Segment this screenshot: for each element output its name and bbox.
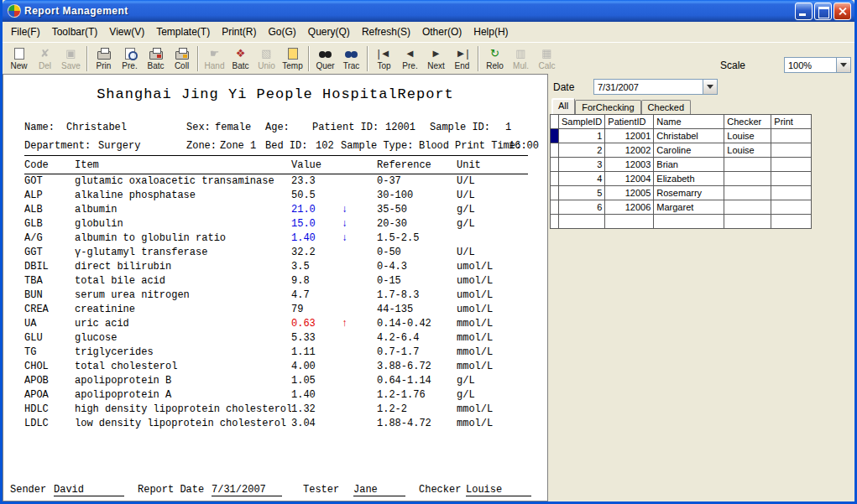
calculator-icon: ▦ bbox=[539, 47, 556, 60]
report-cell-value: 1.40 bbox=[291, 388, 342, 403]
report-cell-value: 1.11 bbox=[291, 346, 342, 360]
toolbar-separator bbox=[367, 46, 368, 71]
toolbar-button-label: Coll bbox=[175, 62, 189, 70]
report-cell-value: 1.40 bbox=[291, 231, 342, 246]
hand-icon: ☛ bbox=[206, 47, 223, 60]
reload-icon: ↻ bbox=[487, 47, 504, 60]
batch-print-button[interactable]: Batc bbox=[143, 44, 169, 74]
sample-grid-row[interactable]: 412004Elizabeth bbox=[551, 172, 812, 186]
trace-button[interactable]: Trac bbox=[338, 44, 364, 74]
report-cell-code: HDLC bbox=[24, 403, 75, 417]
tab-checked[interactable]: Checked bbox=[641, 100, 691, 114]
delete-icon: ✘ bbox=[37, 47, 54, 60]
toolbar-button-label: Relo bbox=[486, 62, 504, 70]
toolbar-separator bbox=[86, 46, 88, 71]
row-indicator bbox=[551, 186, 559, 200]
sample-grid-row[interactable]: 312003Brian bbox=[551, 158, 812, 172]
sample-grid-row[interactable]: 612006Margaret bbox=[551, 200, 812, 215]
grid-corner-cell bbox=[551, 115, 559, 129]
end-button[interactable]: ►|End bbox=[449, 44, 475, 74]
menu-item-view[interactable]: View(V) bbox=[103, 23, 150, 40]
toolbar-button-label: Del bbox=[39, 62, 51, 70]
cell-sample-id bbox=[559, 215, 605, 229]
row-indicator bbox=[551, 143, 559, 158]
first-record-icon: |◄ bbox=[376, 47, 393, 60]
menu-item-refresh[interactable]: Refresh(S) bbox=[356, 23, 416, 40]
main-content: Shanghai Jing Yi People HospitalReport N… bbox=[3, 74, 854, 501]
report-row: GGTγ-glutamyl transferase32.20-50U/L bbox=[24, 246, 528, 260]
minimize-button[interactable] bbox=[795, 3, 813, 20]
report-cell-value: 5.33 bbox=[291, 331, 342, 346]
menu-item-help[interactable]: Help(H) bbox=[468, 23, 514, 40]
template-button[interactable]: Temp bbox=[280, 44, 306, 74]
title-bar: Report Management bbox=[3, 0, 854, 22]
close-button[interactable] bbox=[833, 3, 851, 20]
print-button[interactable]: Prin bbox=[91, 44, 117, 74]
report-cell-code: BUN bbox=[24, 288, 75, 303]
cell-name: Rosemarry bbox=[654, 186, 724, 200]
report-row: CREAcreatinine7944-135umol/L bbox=[24, 303, 528, 317]
report-row: UAuric acid0.63↑0.14-0.42mmol/L bbox=[24, 317, 528, 331]
report-cell-flag bbox=[342, 303, 377, 317]
print-preview-icon bbox=[122, 47, 138, 60]
preview-button[interactable]: Pre. bbox=[117, 44, 143, 74]
sample-grid-row[interactable]: 112001ChristabelLouise bbox=[551, 129, 812, 143]
report-cell-code: TG bbox=[24, 346, 75, 360]
report-cell-flag bbox=[342, 403, 377, 417]
tester-value: Jane bbox=[353, 484, 405, 496]
sender-value: David bbox=[54, 484, 124, 496]
cell-name: Elizabeth bbox=[654, 172, 724, 186]
menu-item-print[interactable]: Print(R) bbox=[216, 23, 262, 40]
date-combobox[interactable]: 7/31/2007 bbox=[593, 79, 718, 95]
sample-grid-empty-row bbox=[551, 215, 812, 229]
scale-combobox[interactable]: 100% bbox=[784, 57, 851, 73]
report-cell-code: UA bbox=[24, 317, 75, 331]
new-button[interactable]: New bbox=[6, 44, 32, 74]
sample-grid-row[interactable]: 212002CarolineLouise bbox=[551, 143, 812, 158]
next-button[interactable]: ►Next bbox=[423, 44, 449, 74]
menu-item-query[interactable]: Query(Q) bbox=[302, 23, 356, 40]
cell-print bbox=[771, 186, 812, 200]
menu-item-file[interactable]: File(F) bbox=[5, 23, 46, 40]
toolbar-button-label: Trac bbox=[343, 62, 360, 70]
report-cell-unit: g/L bbox=[457, 217, 528, 231]
checker-label: Checker bbox=[419, 484, 461, 496]
menu-item-go[interactable]: Go(G) bbox=[263, 23, 302, 40]
report-row: APOAapolipoprotein A1.401.2-1.76g/L bbox=[24, 388, 528, 403]
previous-button[interactable]: ◄Pre. bbox=[397, 44, 423, 74]
cell-patient-id: 12003 bbox=[605, 158, 654, 172]
scale-dropdown-arrow-icon[interactable] bbox=[836, 58, 850, 72]
cell-sample-id: 6 bbox=[559, 200, 605, 215]
report-cell-item: high density lipoprotein cholesterol bbox=[75, 403, 291, 417]
department-label: Department: bbox=[24, 140, 91, 152]
sample-grid-row[interactable]: 512005Rosemarry bbox=[551, 186, 812, 200]
toolbar-separator bbox=[478, 46, 479, 71]
report-cell-flag bbox=[342, 346, 377, 360]
report-cell-unit: mmol/L bbox=[457, 417, 528, 431]
tab-all[interactable]: All bbox=[551, 98, 575, 114]
patient-id-value: 12001 bbox=[385, 122, 415, 133]
down-arrow-icon: ↓ bbox=[342, 203, 377, 217]
menu-item-toolbar[interactable]: Toolbar(T) bbox=[46, 23, 104, 40]
batch-check-button[interactable]: ❖Batc bbox=[227, 44, 253, 74]
menu-item-template[interactable]: Template(T) bbox=[150, 23, 216, 40]
maximize-button[interactable] bbox=[814, 3, 832, 20]
age-label: Age: bbox=[265, 122, 290, 133]
report-cell-value: 21.0 bbox=[291, 203, 342, 217]
collate-print-icon bbox=[174, 47, 191, 60]
sample-type-label: Sample Type: bbox=[341, 140, 413, 152]
sample-grid: SampleIDPatientIDNameCheckerPrint 112001… bbox=[550, 114, 812, 229]
hand-button: ☛Hand bbox=[201, 44, 227, 74]
report-cell-code: A/G bbox=[24, 231, 75, 246]
date-dropdown-arrow-icon[interactable] bbox=[703, 80, 717, 94]
reload-button[interactable]: ↻Relo bbox=[482, 44, 508, 74]
report-cell-item: albumin bbox=[75, 203, 291, 217]
top-button[interactable]: |◄Top bbox=[371, 44, 397, 74]
previous-record-icon: ◄ bbox=[402, 47, 419, 60]
menu-item-other[interactable]: Other(O) bbox=[416, 23, 468, 40]
sample-grid-header-row: SampleIDPatientIDNameCheckerPrint bbox=[551, 115, 812, 129]
collate-print-button[interactable]: Coll bbox=[169, 44, 195, 74]
query-button[interactable]: Quer bbox=[312, 44, 338, 74]
tab-forchecking[interactable]: ForChecking bbox=[575, 100, 640, 114]
next-record-icon: ► bbox=[428, 47, 445, 60]
